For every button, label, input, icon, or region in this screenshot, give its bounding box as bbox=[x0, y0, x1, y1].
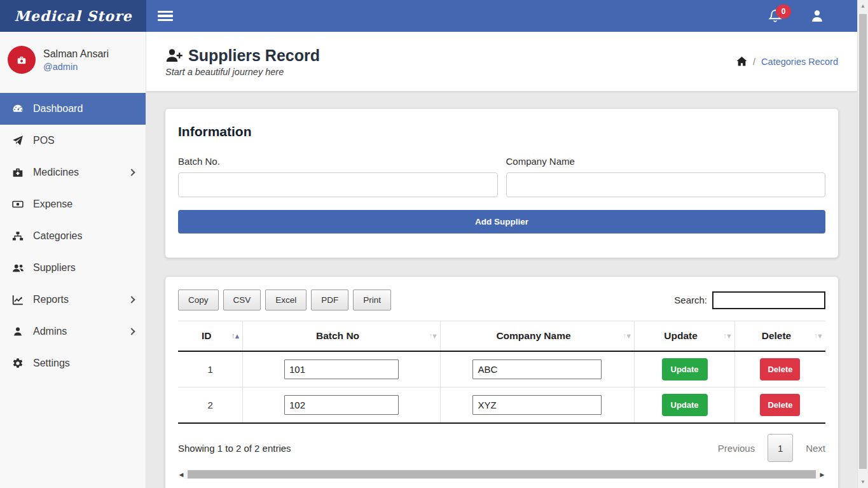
sidebar-item-label: Categories bbox=[33, 230, 82, 242]
sidebar-item-label: Suppliers bbox=[33, 262, 76, 274]
scroll-down-icon[interactable]: ▼ bbox=[858, 479, 868, 485]
user-icon bbox=[810, 9, 824, 23]
batch-no-input[interactable] bbox=[178, 172, 498, 197]
brand-logo[interactable]: Medical Store bbox=[0, 0, 146, 32]
print-button[interactable]: Print bbox=[353, 289, 391, 310]
update-button[interactable]: Update bbox=[662, 394, 708, 416]
vertical-scrollbar[interactable]: ▲ ▼ bbox=[857, 0, 868, 488]
sidebar-item-label: Admins bbox=[33, 326, 67, 337]
row-batch-no-input[interactable] bbox=[284, 359, 399, 379]
sidebar-profile: Salman Ansari @admin bbox=[0, 32, 146, 89]
sidebar-item-label: Expense bbox=[33, 199, 72, 210]
column-header-company-name[interactable]: Company Name ↑▼ bbox=[440, 321, 634, 352]
row-id: 2 bbox=[178, 387, 243, 424]
horizontal-scrollbar-thumb[interactable] bbox=[188, 470, 816, 478]
row-batch-no-input[interactable] bbox=[284, 395, 399, 415]
sidebar-item-label: Reports bbox=[33, 294, 69, 305]
gear-icon bbox=[11, 358, 24, 369]
tachometer-icon bbox=[11, 103, 24, 115]
sidebar-item-reports[interactable]: Reports bbox=[0, 284, 146, 316]
suppliers-table-card: Copy CSV Excel PDF Print Search: bbox=[165, 277, 838, 488]
chart-line-icon bbox=[11, 294, 24, 305]
suppliers-table: ID ↑▲ Batch No ↑▼ Company Name ↑▼ bbox=[178, 321, 825, 424]
sidebar-nav: Dashboard POS bbox=[0, 93, 146, 379]
scroll-right-icon[interactable]: ▶ bbox=[819, 471, 825, 478]
add-supplier-button[interactable]: Add Supplier bbox=[178, 210, 825, 234]
topbar: Medical Store 0 bbox=[0, 0, 857, 32]
sidebar-item-suppliers[interactable]: Suppliers bbox=[0, 252, 146, 284]
sidebar-item-label: Dashboard bbox=[33, 103, 83, 115]
notifications-button[interactable]: 0 bbox=[768, 8, 782, 24]
column-header-batch-no[interactable]: Batch No ↑▼ bbox=[243, 321, 440, 352]
sidebar-item-medicines[interactable]: Medicines bbox=[0, 157, 146, 188]
excel-button[interactable]: Excel bbox=[265, 289, 307, 310]
scroll-left-icon[interactable]: ◀ bbox=[178, 471, 184, 478]
main-area: Suppliers Record Start a beautiful journ… bbox=[146, 32, 857, 488]
previous-page-button[interactable]: Previous bbox=[718, 443, 755, 454]
sidebar-item-settings[interactable]: Settings bbox=[0, 347, 146, 379]
update-button[interactable]: Update bbox=[662, 358, 708, 380]
column-header-id[interactable]: ID ↑▲ bbox=[178, 321, 243, 352]
table-footer: Showing 1 to 2 of 2 entries Previous 1 N… bbox=[178, 434, 825, 462]
sidebar-item-categories[interactable]: Categories bbox=[0, 220, 146, 252]
row-id: 1 bbox=[178, 351, 243, 387]
breadcrumb-separator: / bbox=[753, 57, 755, 67]
row-company-input[interactable] bbox=[472, 395, 602, 415]
entries-info: Showing 1 to 2 of 2 entries bbox=[178, 443, 291, 454]
information-card: Information Batch No. Company Name Add S… bbox=[165, 109, 838, 258]
sort-icon: ↑▼ bbox=[723, 331, 731, 340]
vertical-scrollbar-thumb[interactable] bbox=[859, 14, 867, 469]
pagination: Previous 1 Next bbox=[718, 434, 825, 462]
pdf-button[interactable]: PDF bbox=[311, 289, 348, 310]
user-plus-icon bbox=[165, 48, 183, 63]
table-row: 2 Update Delete bbox=[178, 387, 825, 424]
table-toolbar: Copy CSV Excel PDF Print Search: bbox=[178, 289, 825, 310]
avatar[interactable] bbox=[8, 46, 36, 74]
sort-asc-icon: ↑▲ bbox=[231, 331, 239, 340]
top-navbar: 0 bbox=[146, 0, 857, 32]
sort-icon: ↑▼ bbox=[814, 331, 822, 340]
row-company-input[interactable] bbox=[472, 359, 602, 379]
sidebar-item-label: Medicines bbox=[33, 167, 79, 178]
profile-name: Salman Ansari bbox=[43, 48, 109, 60]
paper-plane-icon bbox=[11, 135, 24, 146]
scroll-up-icon[interactable]: ▲ bbox=[858, 3, 868, 9]
column-header-delete[interactable]: Delete ↑▼ bbox=[734, 321, 825, 352]
chevron-right-icon bbox=[128, 328, 135, 335]
delete-button[interactable]: Delete bbox=[760, 358, 800, 380]
money-bill-icon bbox=[11, 199, 24, 210]
sort-icon: ↑▼ bbox=[623, 331, 631, 340]
home-icon[interactable] bbox=[736, 57, 747, 66]
current-page-button[interactable]: 1 bbox=[768, 434, 793, 462]
sort-icon: ↑▼ bbox=[429, 331, 437, 340]
sidebar-item-expense[interactable]: Expense bbox=[0, 188, 146, 220]
sidebar-item-admins[interactable]: Admins bbox=[0, 316, 146, 347]
search-input[interactable] bbox=[712, 291, 825, 309]
sidebar-item-label: Settings bbox=[33, 358, 70, 369]
sidebar-item-label: POS bbox=[33, 135, 55, 146]
sidebar: Salman Ansari @admin Dashboard bbox=[0, 32, 146, 488]
profile-handle[interactable]: @admin bbox=[43, 62, 109, 72]
page-subtitle: Start a beautiful journey here bbox=[165, 67, 320, 77]
chevron-right-icon bbox=[128, 169, 135, 176]
column-header-update[interactable]: Update ↑▼ bbox=[635, 321, 735, 352]
hamburger-menu-icon[interactable] bbox=[158, 9, 173, 24]
app-window: Medical Store 0 bbox=[0, 0, 857, 488]
csv-button[interactable]: CSV bbox=[223, 289, 261, 310]
page-content: Information Batch No. Company Name Add S… bbox=[146, 91, 857, 488]
company-name-input[interactable] bbox=[506, 172, 826, 197]
sidebar-item-pos[interactable]: POS bbox=[0, 125, 146, 157]
breadcrumb-link[interactable]: Categories Record bbox=[761, 57, 838, 67]
page-header: Suppliers Record Start a beautiful journ… bbox=[146, 32, 857, 91]
table-row: 1 Update Delete bbox=[178, 351, 825, 387]
medkit-icon bbox=[11, 167, 24, 178]
copy-button[interactable]: Copy bbox=[178, 289, 219, 310]
next-page-button[interactable]: Next bbox=[806, 443, 825, 454]
sidebar-item-dashboard[interactable]: Dashboard bbox=[0, 93, 146, 125]
delete-button[interactable]: Delete bbox=[760, 394, 800, 416]
chevron-right-icon bbox=[128, 296, 135, 303]
user-menu-button[interactable] bbox=[810, 9, 824, 23]
horizontal-scrollbar[interactable]: ◀ ▶ bbox=[178, 470, 825, 479]
company-name-label: Company Name bbox=[506, 156, 826, 167]
admin-user-icon bbox=[11, 326, 24, 337]
